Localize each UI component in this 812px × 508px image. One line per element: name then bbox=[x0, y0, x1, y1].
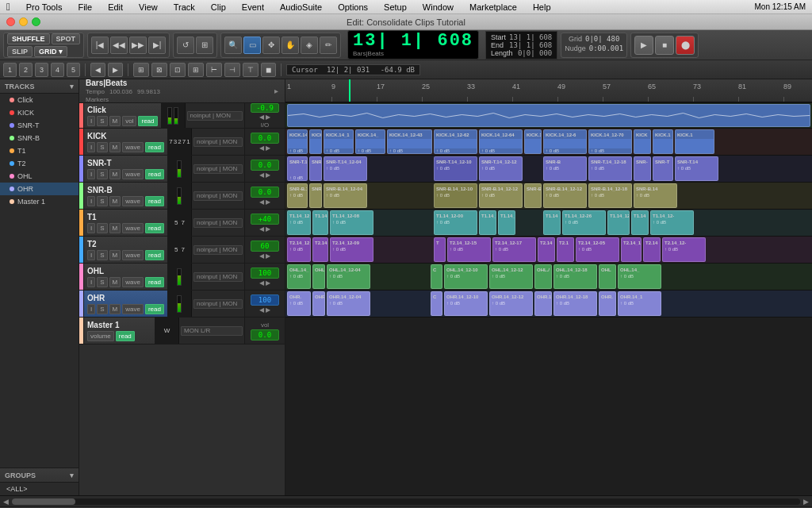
clip-t1-8[interactable]: T1.14_12-26 ↑ 0 dB bbox=[562, 210, 606, 235]
clip-t1-4[interactable]: T1.14_12-00 ↑ 0 dB bbox=[434, 210, 477, 235]
clip-t1-1[interactable]: T1.14_12 ↑ 0 dB bbox=[287, 210, 311, 235]
ohr-s-button[interactable]: S bbox=[97, 304, 107, 314]
vol-down-snrt[interactable]: ◀ bbox=[259, 171, 264, 179]
clip-kick-10[interactable]: KICK.14_12-70 ↑ 0 dB bbox=[588, 129, 632, 154]
scroll-left-icon[interactable]: ◀ bbox=[3, 498, 9, 506]
track-num-4[interactable]: 4 bbox=[51, 63, 64, 77]
clip-ohl-2[interactable]: OHL. bbox=[312, 264, 325, 289]
snrt-read-button[interactable]: read bbox=[145, 169, 164, 179]
edit-tool-4[interactable]: ⊞ bbox=[188, 63, 204, 77]
t2-wave-button[interactable]: wave bbox=[122, 250, 144, 260]
clip-t2-11[interactable]: T2.14 bbox=[643, 237, 661, 262]
clip-ohl-5[interactable]: OHL.14_12-10 ↑ 0 dB bbox=[444, 264, 488, 289]
vol-up-ohl[interactable]: ▶ bbox=[266, 279, 270, 287]
clip-ohl-9[interactable]: OHL bbox=[599, 264, 616, 289]
clip-click-main[interactable] bbox=[287, 104, 810, 127]
close-button[interactable] bbox=[6, 17, 15, 26]
snrb-read-button[interactable]: read bbox=[145, 196, 164, 206]
clip-kick-6[interactable]: KICK.14_12-62 ↑ 0 dB bbox=[434, 129, 477, 154]
click-vol-button[interactable]: vol bbox=[122, 116, 136, 126]
vol-down-t1[interactable]: ◀ bbox=[259, 225, 264, 233]
menu-protools[interactable]: Pro Tools bbox=[23, 2, 66, 12]
insert-slot-kick[interactable]: noinput | MON bbox=[193, 137, 243, 147]
click-i-button[interactable]: I bbox=[87, 116, 95, 126]
menu-setup[interactable]: Setup bbox=[381, 2, 410, 12]
insert-slot-ohr[interactable]: noinput | MON bbox=[193, 299, 243, 309]
snrt-s-button[interactable]: S bbox=[97, 169, 107, 179]
clip-ohr-7[interactable]: OHR.1 bbox=[534, 291, 552, 316]
track-list-item-kick[interactable]: KICK bbox=[0, 106, 79, 119]
go-start-button[interactable]: |◀ bbox=[91, 37, 109, 54]
clip-ohr-5[interactable]: OHR.14_12-10 ↑ 0 dB bbox=[444, 291, 488, 316]
snrb-i-button[interactable]: I bbox=[87, 196, 95, 206]
clip-ohl-6[interactable]: OHL.14_12-12 ↑ 0 dB bbox=[489, 264, 533, 289]
scroll-right-icon[interactable]: ▶ bbox=[803, 498, 809, 506]
snrt-m-button[interactable]: M bbox=[109, 169, 121, 179]
clip-t1-10[interactable]: T1.14 bbox=[631, 210, 649, 235]
clip-t1-6[interactable]: T1.14_12 bbox=[498, 210, 515, 235]
menu-window[interactable]: Window bbox=[419, 2, 457, 12]
track-num-2[interactable]: 2 bbox=[19, 63, 33, 77]
clip-ohl-7[interactable]: OHL./ bbox=[534, 264, 552, 289]
clip-kick-1[interactable]: KICK.14_ ↑ 0 dB bbox=[287, 129, 308, 154]
kick-s-button[interactable]: S bbox=[97, 142, 107, 152]
snrb-m-button[interactable]: M bbox=[109, 196, 121, 206]
scrub-tool-button[interactable]: ◈ bbox=[301, 37, 318, 54]
track-list-item-snrt[interactable]: SNR-T bbox=[0, 119, 79, 132]
menu-view[interactable]: View bbox=[136, 2, 161, 12]
edit-tool-3[interactable]: ⊡ bbox=[170, 63, 186, 77]
clip-t2-7[interactable]: T2.14 bbox=[538, 237, 555, 262]
hand-tool-button[interactable]: ✋ bbox=[282, 37, 299, 54]
track-list-item-click[interactable]: Click bbox=[0, 94, 79, 106]
clip-kick-11[interactable]: KICK bbox=[634, 129, 651, 154]
clip-kick-5[interactable]: KICK.14_12-43 ↑ 0 dB bbox=[387, 129, 432, 154]
snrb-s-button[interactable]: S bbox=[97, 196, 107, 206]
ohl-m-button[interactable]: M bbox=[109, 277, 121, 287]
click-m-button[interactable]: M bbox=[109, 116, 121, 126]
clip-snrb-9[interactable]: SNR-B.14 ↑ 0 dB bbox=[634, 183, 677, 208]
vol-down-click[interactable]: ◀ bbox=[259, 114, 264, 121]
clip-ohr-8[interactable]: OHR.14_12-18 ↑ 0 dB bbox=[553, 291, 597, 316]
clip-kick-9[interactable]: KICK.14_12-6 ↑ 0 dB bbox=[543, 129, 587, 154]
clip-snrb-2[interactable]: SNR- bbox=[309, 183, 322, 208]
clip-kick-8[interactable]: KICK.1 bbox=[524, 129, 542, 154]
clip-snrb-8[interactable]: SNR-B.14_12-18 ↑ 0 dB bbox=[588, 183, 632, 208]
ohl-s-button[interactable]: S bbox=[97, 277, 107, 287]
track-controls-expand[interactable]: ▸ bbox=[274, 87, 278, 95]
groups-collapse-icon[interactable]: ▾ bbox=[70, 471, 74, 479]
ohr-i-button[interactable]: I bbox=[87, 304, 95, 314]
vol-down-t2[interactable]: ◀ bbox=[259, 252, 264, 260]
t2-m-button[interactable]: M bbox=[109, 250, 121, 260]
vol-down-ohr[interactable]: ◀ bbox=[259, 306, 264, 314]
clip-snrt-1[interactable]: SNR-T.14 ↑ 0 dB bbox=[287, 156, 308, 181]
clip-t1-11[interactable]: T1.14_12- ↑ 0 dB bbox=[650, 210, 694, 235]
punch-button[interactable]: ⊞ bbox=[196, 37, 213, 54]
spot-button[interactable]: SPOT bbox=[52, 33, 81, 44]
kick-read-button[interactable]: read bbox=[145, 142, 164, 152]
maximize-button[interactable] bbox=[32, 17, 40, 26]
clip-kick-13[interactable]: KICK.1 bbox=[675, 129, 714, 154]
clip-snrt-9[interactable]: SNR-T bbox=[653, 156, 673, 181]
insert-slot-master[interactable]: MON L/R bbox=[181, 326, 243, 336]
clip-t2-4[interactable]: T bbox=[434, 237, 446, 262]
snrb-wave-button[interactable]: wave bbox=[122, 196, 144, 206]
vol-up-kick[interactable]: ▶ bbox=[266, 144, 270, 152]
track-list-item-ohr[interactable]: OHR bbox=[0, 183, 79, 195]
tracks-collapse-icon[interactable]: ▾ bbox=[70, 83, 74, 90]
clip-ohl-3[interactable]: OHL.14_12-04 ↑ 0 dB bbox=[327, 264, 370, 289]
clip-kick-12[interactable]: KICK.1 bbox=[653, 129, 673, 154]
clip-ohl-1[interactable]: OHL.14_ ↑ 0 dB bbox=[287, 264, 311, 289]
click-read-button[interactable]: read bbox=[138, 116, 157, 126]
ohr-m-button[interactable]: M bbox=[109, 304, 121, 314]
clip-snrb-7[interactable]: SNR-B.14_12-12 ↑ 0 dB bbox=[543, 183, 587, 208]
kick-wave-button[interactable]: wave bbox=[122, 142, 144, 152]
clip-t2-9[interactable]: T2.14_12-05 ↑ 0 dB bbox=[576, 237, 619, 262]
grid-button[interactable]: GRID ▾ bbox=[34, 46, 67, 57]
apple-menu[interactable]:  bbox=[6, 1, 10, 13]
vol-up-snrb[interactable]: ▶ bbox=[266, 198, 270, 206]
click-s-button[interactable]: S bbox=[97, 116, 107, 126]
clip-snrt-10[interactable]: SNR-T.14 ↑ 0 dB bbox=[675, 156, 718, 181]
track-num-5[interactable]: 5 bbox=[67, 63, 80, 77]
select-tool-button[interactable]: ▭ bbox=[243, 37, 261, 54]
vol-down-ohl[interactable]: ◀ bbox=[259, 279, 264, 287]
